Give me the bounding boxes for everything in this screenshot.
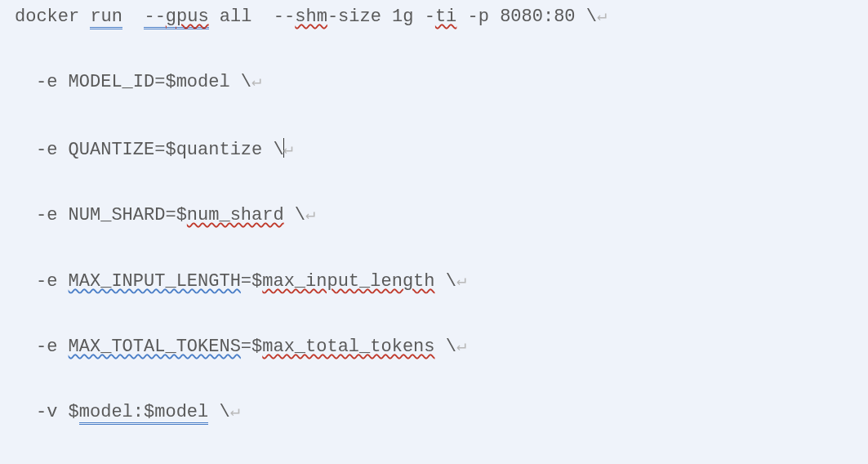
text: -e MODEL_ID=$model \ [36,72,251,92]
grammar-underline-model: model:$model [79,402,208,425]
text: docker [15,7,90,27]
spell-underline-max-total-tokens: max_total_tokens [262,337,434,357]
spell-underline-max-input-length: max_input_length [262,271,434,292]
text: -v $ [36,402,79,422]
code-line-7: -v $model:$model \↵ [15,402,853,423]
grammar-underline-max-input-length: MAX_INPUT_LENGTH [69,271,241,292]
newline-icon: ↵ [305,205,315,224]
text: -size 1g - [327,7,435,27]
code-line-3: -e QUANTIZE=$quantize \↵ [15,138,853,161]
spell-underline-gpus: gpus [166,7,209,29]
text: -e NUM_SHARD=$ [36,205,187,225]
code-block[interactable]: docker run --gpus all --shm-size 1g -ti … [15,7,853,464]
newline-icon: ↵ [456,271,466,290]
code-line-1: docker run --gpus all --shm-size 1g -ti … [15,7,853,28]
code-line-6: -e MAX_TOTAL_TOKENS=$max_total_tokens \↵ [15,337,853,358]
grammar-underline-dashes: -- [144,7,165,29]
text [122,7,144,27]
text: -e [36,271,69,292]
code-line-2: -e MODEL_ID=$model \↵ [15,72,853,93]
text: =$ [241,337,262,357]
newline-icon: ↵ [230,402,240,421]
text: \ [434,337,456,357]
newline-icon: ↵ [597,7,607,25]
newline-icon: ↵ [251,72,261,91]
spell-underline-num-shard: num_shard [187,205,284,225]
text: -e QUANTIZE=$quantize \ [36,140,284,160]
text: all -- [209,7,296,27]
text: \ [434,271,456,292]
text: -p 8080:80 \ [456,7,597,27]
spell-underline-ti: ti [435,7,456,27]
text: =$ [241,271,262,292]
newline-icon: ↵ [456,337,466,355]
grammar-underline-max-total-tokens: MAX_TOTAL_TOKENS [69,337,241,357]
grammar-underline-run: run [90,7,122,29]
code-line-4: -e NUM_SHARD=$num_shard \↵ [15,205,853,226]
spell-underline-shm: shm [295,7,327,27]
text: \ [208,402,229,422]
newline-icon: ↵ [283,140,293,158]
text: \ [284,205,305,225]
code-line-5: -e MAX_INPUT_LENGTH=$max_input_length \↵ [15,271,853,292]
text: -e [36,337,69,357]
